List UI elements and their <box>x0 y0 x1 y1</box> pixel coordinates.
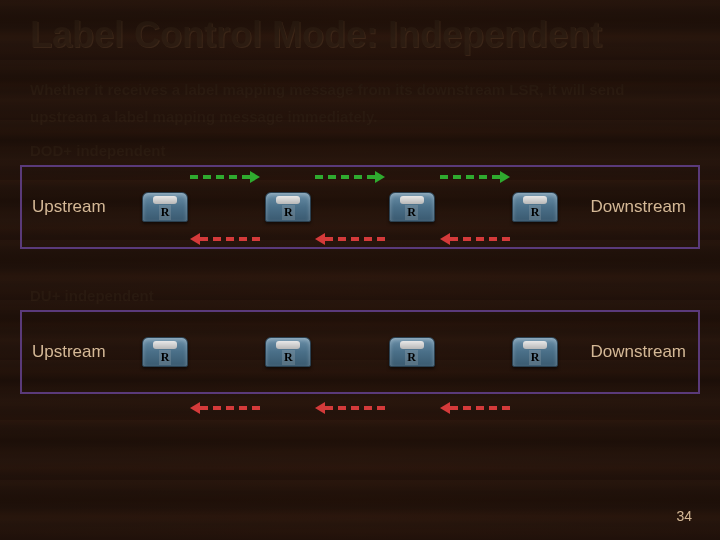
slide-description: Whether it receives a label mapping mess… <box>0 66 720 134</box>
router-label: R <box>159 350 172 365</box>
section-label-dod: DOD+ independent <box>0 134 720 165</box>
slide-title: Label Control Mode: Independent <box>0 0 720 66</box>
router-label: R <box>159 205 172 220</box>
router-icon: R <box>389 337 435 367</box>
arrow-left-icon <box>315 406 385 410</box>
router-icon: R <box>142 337 188 367</box>
section-label-du: DU+ independent <box>0 279 720 310</box>
router-label: R <box>529 350 542 365</box>
router-label: R <box>529 205 542 220</box>
router-icon: R <box>142 192 188 222</box>
downstream-label: Downstream <box>591 342 686 362</box>
upstream-label: Upstream <box>32 197 106 217</box>
arrow-left-icon <box>190 406 260 410</box>
router-icon: R <box>389 192 435 222</box>
diagram-du: Upstream Downstream R R R R <box>20 310 700 394</box>
router-icon: R <box>265 192 311 222</box>
upstream-label: Upstream <box>32 342 106 362</box>
arrow-left-icon <box>440 406 510 410</box>
router-label: R <box>282 350 295 365</box>
router-icon: R <box>512 337 558 367</box>
router-row: R R R R <box>142 167 558 247</box>
router-label: R <box>282 205 295 220</box>
router-icon: R <box>265 337 311 367</box>
page-number: 34 <box>676 508 692 524</box>
router-icon: R <box>512 192 558 222</box>
diagram-dod: Upstream Downstream R R R R <box>20 165 700 249</box>
router-label: R <box>405 350 418 365</box>
downstream-label: Downstream <box>591 197 686 217</box>
router-row: R R R R <box>142 312 558 392</box>
router-label: R <box>405 205 418 220</box>
